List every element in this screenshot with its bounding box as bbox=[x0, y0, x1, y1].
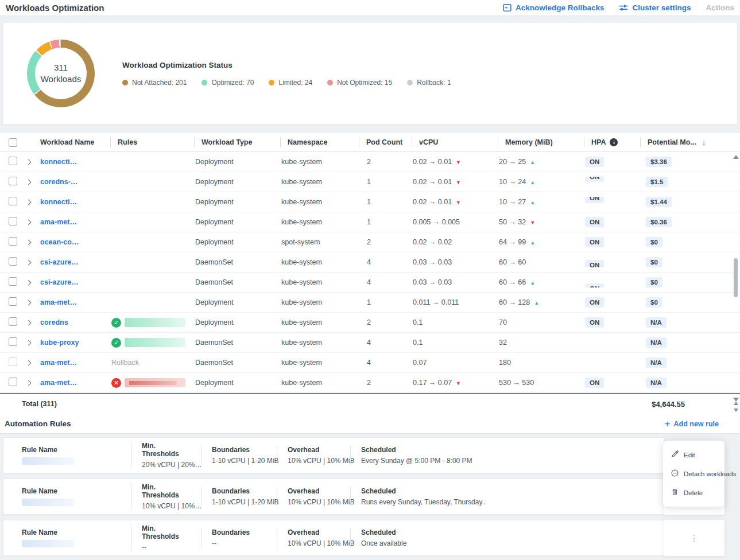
row-checkbox[interactable] bbox=[9, 277, 17, 286]
add-new-rule-button[interactable]: + Add new rule bbox=[665, 419, 719, 429]
cluster-settings-button[interactable]: Cluster settings bbox=[619, 3, 691, 12]
hpa-cell: ON bbox=[584, 177, 640, 187]
workloads-label: Workloads bbox=[41, 73, 82, 85]
expand-chevron-icon[interactable] bbox=[26, 240, 32, 246]
expand-chevron-icon[interactable] bbox=[26, 340, 32, 346]
pod-count: 4 bbox=[359, 258, 412, 266]
table-row[interactable]: ama-met… ✓✕ Deployment kube-system 1 0.0… bbox=[0, 212, 740, 232]
memory-value: 10 → 27 bbox=[498, 198, 584, 206]
column-header-pod-count[interactable]: Pod Count bbox=[359, 137, 412, 147]
column-header-workload-name[interactable]: Workload Name bbox=[39, 137, 110, 147]
expand-chevron-icon[interactable] bbox=[26, 360, 32, 366]
workload-name-link[interactable]: csi-azure… bbox=[40, 278, 79, 286]
table-row[interactable]: konnecti… ✓✕ Deployment kube-system 1 0.… bbox=[0, 192, 740, 212]
workload-name-link[interactable]: ama-met… bbox=[40, 359, 77, 367]
workloads-table: Workload Name Rules Workload Type Namesp… bbox=[0, 133, 740, 414]
row-checkbox[interactable] bbox=[9, 297, 17, 306]
select-all-checkbox[interactable] bbox=[9, 138, 17, 147]
scroll-up-arrow[interactable] bbox=[734, 402, 738, 405]
expand-chevron-icon[interactable] bbox=[26, 200, 32, 205]
menu-item-edit[interactable]: Edit bbox=[663, 445, 724, 464]
workload-name-link[interactable]: konnecti… bbox=[40, 158, 77, 166]
boundaries-value: -- bbox=[212, 539, 268, 547]
min-thresholds-label: Min. Thresholds bbox=[142, 524, 192, 540]
workload-name-link[interactable]: coredns bbox=[40, 318, 68, 326]
row-checkbox[interactable] bbox=[9, 237, 17, 246]
column-header-vcpu[interactable]: vCPU bbox=[412, 137, 498, 147]
menu-item-delete[interactable]: Delete bbox=[663, 483, 724, 502]
namespace: kube-system bbox=[280, 359, 359, 367]
workload-type: Deployment bbox=[194, 318, 280, 326]
table-row[interactable]: ama-met… ✓✕Rollback DaemonSet kube-syste… bbox=[0, 353, 740, 373]
table-row[interactable]: kube-proxy ✓✕ DaemonSet kube-system 4 0.… bbox=[0, 333, 740, 353]
expand-chevron-icon[interactable] bbox=[26, 380, 32, 386]
expand-chevron-icon[interactable] bbox=[26, 260, 32, 266]
column-header-potential[interactable]: Potential Mo...↓ bbox=[640, 137, 719, 147]
rule-name-redacted bbox=[125, 318, 185, 327]
expand-chevron-icon[interactable] bbox=[26, 320, 32, 326]
workload-name-link[interactable]: ama-met… bbox=[40, 218, 77, 226]
expand-chevron-icon[interactable] bbox=[26, 220, 32, 225]
namespace: kube-system bbox=[280, 218, 359, 226]
sort-desc-icon[interactable]: ↓ bbox=[702, 138, 706, 147]
scroll-up-arrow[interactable] bbox=[733, 155, 739, 159]
rule-name-redacted bbox=[22, 499, 75, 506]
scroll-down-arrow[interactable] bbox=[733, 398, 739, 402]
column-header-rules[interactable]: Rules bbox=[110, 137, 194, 147]
actions-button[interactable]: Actions bbox=[706, 3, 734, 12]
table-row[interactable]: coredns-… ✓✕ Deployment kube-system 1 0.… bbox=[0, 172, 740, 192]
hpa-badge: ON bbox=[585, 157, 604, 167]
hpa-info-icon[interactable]: i bbox=[610, 138, 618, 146]
scrollbar-thumb[interactable] bbox=[734, 258, 738, 297]
workload-name-link[interactable]: ama-met… bbox=[40, 379, 77, 387]
expand-chevron-icon[interactable] bbox=[26, 300, 32, 306]
potential-savings-badge: N/A bbox=[646, 378, 667, 388]
namespace: kube-system bbox=[280, 318, 359, 326]
row-checkbox[interactable] bbox=[9, 378, 17, 386]
row-checkbox[interactable] bbox=[9, 177, 17, 185]
expand-chevron-icon[interactable] bbox=[26, 180, 32, 185]
row-checkbox[interactable] bbox=[9, 217, 17, 225]
table-row[interactable]: coredns ✓✕ Deployment kube-system 2 0.1 … bbox=[0, 313, 740, 333]
row-checkbox[interactable] bbox=[9, 197, 17, 205]
table-row[interactable]: csi-azure… ✓✕ DaemonSet kube-system 4 0.… bbox=[0, 252, 740, 273]
hpa-cell: ON bbox=[584, 157, 640, 167]
row-checkbox[interactable] bbox=[9, 317, 17, 326]
row-checkbox[interactable] bbox=[9, 357, 17, 366]
expand-chevron-icon[interactable] bbox=[26, 280, 32, 286]
column-header-workload-type[interactable]: Workload Type bbox=[194, 137, 280, 147]
scroll-down-arrow[interactable] bbox=[734, 409, 738, 412]
workload-name-link[interactable]: coredns-… bbox=[40, 178, 78, 186]
column-header-namespace[interactable]: Namespace bbox=[280, 137, 359, 147]
workload-name-link[interactable]: ocean-co… bbox=[40, 238, 79, 246]
table-row[interactable]: konnecti… ✓✕ Deployment kube-system 2 0.… bbox=[0, 152, 740, 172]
table-row[interactable]: ocean-co… ✓✕ Deployment spot-system 2 0.… bbox=[0, 232, 740, 252]
optimization-status: Workload Optimization Status Not Attache… bbox=[122, 61, 451, 87]
workload-name-link[interactable]: ama-met… bbox=[40, 298, 77, 306]
table-row[interactable]: ama-met… ✓✕ Deployment kube-system 2 0.1… bbox=[0, 373, 740, 393]
row-checkbox[interactable] bbox=[9, 157, 17, 165]
column-header-hpa[interactable]: HPAi bbox=[584, 137, 640, 147]
workload-name-link[interactable]: csi-azure… bbox=[40, 258, 79, 266]
scheduled-value: Runs every Sunday, Tuesday, Thursday.. bbox=[361, 498, 486, 506]
workload-name-link[interactable]: kube-proxy bbox=[40, 339, 79, 347]
vcpu-value: 0.17 → 0.07 bbox=[412, 379, 498, 387]
row-checkbox[interactable] bbox=[9, 257, 17, 266]
rule-name-label: Rule Name bbox=[22, 487, 122, 495]
hpa-badge: ON bbox=[585, 197, 604, 203]
kebab-menu-icon[interactable]: ⋮ bbox=[690, 534, 699, 542]
rule-status-text: Rollback bbox=[111, 359, 139, 367]
table-row[interactable]: csi-azure… ✓✕ DaemonSet kube-system 4 0.… bbox=[0, 273, 740, 293]
table-row[interactable]: ama-met… ✓✕ Deployment kube-system 1 0.0… bbox=[0, 293, 740, 313]
rules-cell: ✓✕Rollback bbox=[110, 359, 194, 367]
hpa-badge: ON bbox=[585, 283, 604, 287]
row-checkbox[interactable] bbox=[9, 337, 17, 346]
column-header-memory[interactable]: Memory (MiB) bbox=[498, 137, 584, 147]
workload-name-link[interactable]: konnecti… bbox=[40, 198, 77, 206]
scheduled-value: Once available bbox=[361, 539, 406, 547]
acknowledge-rollbacks-button[interactable]: Acknowledge Rollbacks bbox=[503, 3, 605, 12]
hpa-badge: ON bbox=[585, 378, 604, 388]
menu-item-detach-workloads[interactable]: Detach workloads bbox=[663, 464, 724, 483]
namespace: kube-system bbox=[280, 258, 359, 266]
expand-chevron-icon[interactable] bbox=[26, 160, 32, 165]
